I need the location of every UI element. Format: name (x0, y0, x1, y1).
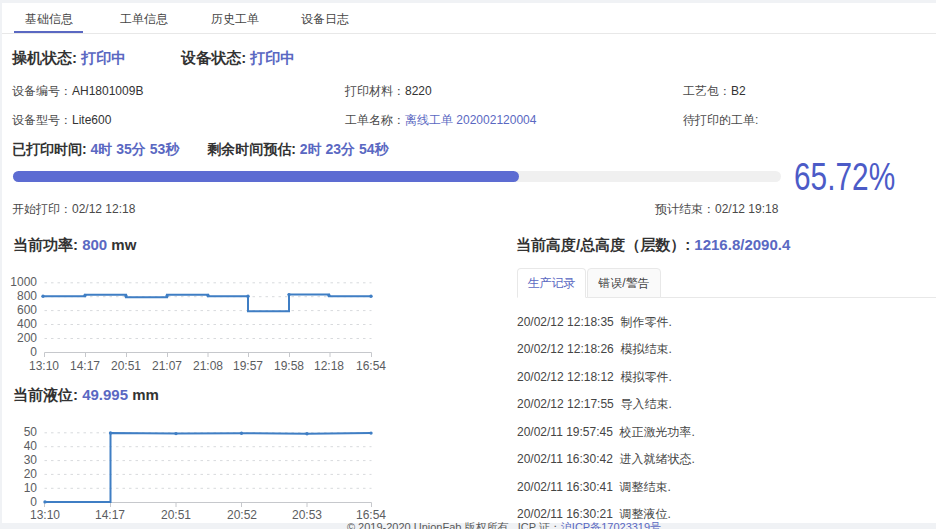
svg-text:1000: 1000 (10, 275, 37, 289)
svg-text:20:51: 20:51 (111, 359, 141, 373)
svg-text:19:57: 19:57 (233, 359, 263, 373)
svg-text:400: 400 (17, 317, 37, 331)
svg-text:600: 600 (17, 303, 37, 317)
svg-text:20:52: 20:52 (227, 508, 257, 522)
svg-text:20:53: 20:53 (292, 508, 322, 522)
svg-text:16:54: 16:54 (356, 359, 386, 373)
svg-text:20: 20 (24, 467, 38, 481)
svg-text:800: 800 (17, 289, 37, 303)
svg-text:14:17: 14:17 (95, 508, 125, 522)
svg-text:21:08: 21:08 (193, 359, 223, 373)
svg-text:14:17: 14:17 (70, 359, 100, 373)
svg-text:19:58: 19:58 (274, 359, 304, 373)
svg-text:50: 50 (24, 425, 38, 439)
svg-text:13:10: 13:10 (30, 508, 60, 522)
svg-text:12:18: 12:18 (314, 359, 344, 373)
svg-text:40: 40 (24, 439, 38, 453)
svg-text:0: 0 (30, 495, 37, 509)
svg-text:21:07: 21:07 (152, 359, 182, 373)
svg-text:200: 200 (17, 331, 37, 345)
svg-text:20:51: 20:51 (161, 508, 191, 522)
svg-text:30: 30 (24, 453, 38, 467)
svg-text:13:10: 13:10 (29, 359, 59, 373)
svg-text:0: 0 (30, 345, 37, 359)
svg-text:10: 10 (24, 481, 38, 495)
